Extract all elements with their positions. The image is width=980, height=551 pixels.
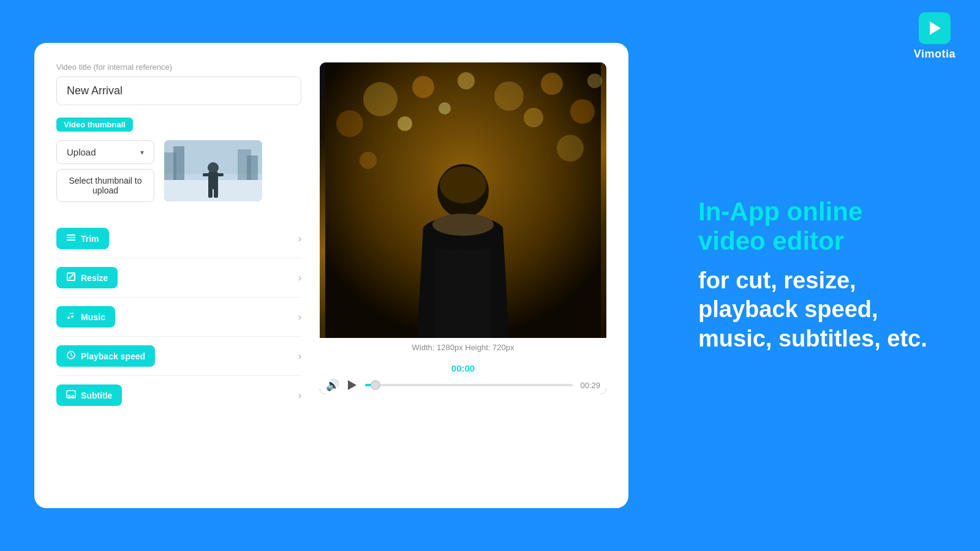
svg-rect-8 [208,172,218,189]
svg-point-29 [570,99,595,124]
svg-rect-12 [214,188,218,198]
svg-rect-20 [72,395,74,396]
music-label: Music [81,312,105,322]
music-button[interactable]: Music [56,306,115,328]
left-panel: Video title (for internal reference) Vid… [56,62,301,489]
logo-area: Vimotia [914,12,956,61]
svg-point-30 [398,116,412,131]
svg-point-32 [360,152,377,169]
tool-item-music[interactable]: Music› [56,298,301,337]
video-frame [320,62,606,338]
playback-speed-icon [66,350,76,362]
svg-rect-10 [217,173,224,176]
logo-name: Vimotia [914,48,956,61]
svg-rect-14 [67,237,75,238]
svg-point-31 [524,108,543,127]
thumbnail-section-badge: Video thumbnail [56,118,133,132]
trim-button[interactable]: Trim [56,228,109,249]
video-controls: 00:00 🔊 00:29 [320,357,606,394]
svg-point-24 [412,76,434,98]
resize-icon [66,272,76,283]
playback-speed-button[interactable]: Playback speed [56,345,155,367]
subtitle-label: Subtitle [81,391,112,400]
music-chevron-icon: › [298,312,301,323]
upload-controls: Upload ▾ Select thumbnail to upload [56,140,154,202]
trim-chevron-icon: › [298,233,301,244]
svg-rect-13 [67,234,75,236]
logo-play-icon [930,21,941,35]
tool-item-playback-speed[interactable]: Playback speed› [56,337,301,376]
logo-icon [919,12,951,44]
playback-speed-chevron-icon: › [298,351,301,362]
svg-point-26 [458,72,475,89]
tool-item-subtitle[interactable]: Subtitle› [56,376,301,414]
volume-icon[interactable]: 🔊 [326,378,339,392]
main-card: Video title (for internal reference) Vid… [34,43,628,508]
music-icon [66,311,76,323]
tool-item-resize[interactable]: Resize› [56,258,301,298]
tools-list: Trim›Resize›Music›Playback speed›Subtitl… [56,219,301,414]
svg-point-34 [439,102,451,114]
svg-rect-21 [68,397,74,398]
svg-rect-19 [68,395,70,396]
progress-thumb[interactable] [371,380,380,390]
thumbnail-preview [164,140,262,201]
promo-headline: In-App online video editor [698,197,931,257]
svg-point-37 [440,167,486,203]
progress-bar[interactable] [365,384,573,386]
playback-speed-label: Playback speed [81,351,145,361]
svg-point-25 [336,110,363,137]
trim-label: Trim [81,234,99,244]
resize-label: Resize [81,273,108,283]
select-thumbnail-button[interactable]: Select thumbnail to upload [56,169,154,202]
svg-point-28 [541,73,563,95]
svg-point-23 [363,82,398,116]
right-panel: Width: 1280px Height: 720px 00:00 🔊 00:2… [320,62,606,489]
promo-subtext: for cut, resize, playback speed, music, … [698,266,931,354]
svg-point-39 [432,214,494,236]
play-button[interactable] [348,380,356,390]
video-title-input[interactable] [56,77,301,105]
svg-rect-11 [208,188,213,198]
dropdown-arrow-icon: ▾ [140,148,144,157]
end-time-display: 00:29 [580,381,600,390]
svg-rect-15 [67,239,75,241]
video-container: Width: 1280px Height: 720px 00:00 🔊 00:2… [320,62,606,394]
upload-dropdown-value: Upload [67,147,96,157]
thumbnail-row: Upload ▾ Select thumbnail to upload [56,140,301,202]
tool-item-trim[interactable]: Trim› [56,219,301,258]
controls-row: 🔊 00:29 [320,378,606,392]
resize-chevron-icon: › [298,272,301,283]
video-dimensions: Width: 1280px Height: 720px [320,338,606,357]
subtitle-chevron-icon: › [298,390,301,401]
video-title-label: Video title (for internal reference) [56,62,301,72]
trim-icon [66,233,76,244]
subtitle-icon [66,389,76,401]
svg-rect-9 [203,173,209,176]
upload-dropdown[interactable]: Upload ▾ [56,140,154,164]
svg-point-33 [557,135,584,162]
promo-text-area: In-App online video editor for cut, resi… [698,197,931,353]
current-time-display: 00:00 [320,363,606,373]
svg-point-35 [587,73,602,88]
svg-point-27 [494,81,524,111]
resize-button[interactable]: Resize [56,267,118,288]
subtitle-button[interactable]: Subtitle [56,384,122,406]
svg-point-7 [208,162,219,173]
